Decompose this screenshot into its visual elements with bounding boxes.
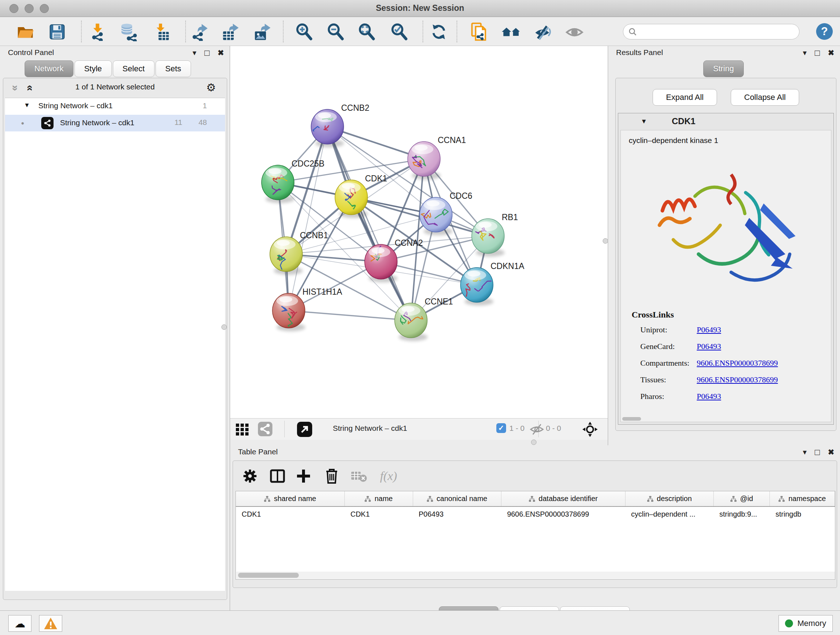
tab-select[interactable]: Select xyxy=(113,60,155,77)
crosslink-link[interactable]: 9606.ENSP00000378699 xyxy=(697,358,778,367)
panel-menu-icon[interactable]: ▾ xyxy=(193,48,196,58)
create-column-icon[interactable] xyxy=(294,466,314,486)
refresh-icon[interactable] xyxy=(428,21,449,42)
export-network-icon[interactable] xyxy=(189,21,210,42)
export-image-icon[interactable] xyxy=(252,21,273,42)
horizontal-splitter-grip[interactable] xyxy=(531,440,537,445)
table-cell[interactable]: cyclin–dependent ... xyxy=(625,507,714,522)
node-CDC25B[interactable]: CDC25B xyxy=(262,159,325,203)
panel-menu-icon[interactable]: ▾ xyxy=(803,447,807,458)
selected-checkbox-icon[interactable]: ✓ xyxy=(496,423,506,433)
import-network-icon[interactable] xyxy=(87,21,108,42)
panel-float-icon[interactable]: □ xyxy=(815,48,820,58)
column-header-database-identifier[interactable]: database identifier xyxy=(501,491,625,507)
crosslink-row: Uniprot:P06493 xyxy=(640,325,827,342)
table-cell[interactable]: CDK1 xyxy=(236,507,345,522)
panel-close-icon[interactable]: ✖ xyxy=(218,48,224,58)
crosslink-link[interactable]: 9606.ENSP00000378699 xyxy=(697,375,778,384)
network-options-gear-icon[interactable]: ⚙ xyxy=(206,81,216,94)
section-disclosure-icon[interactable]: ▼ xyxy=(641,118,647,125)
open-file-icon[interactable] xyxy=(15,21,36,42)
column-header-shared-name[interactable]: shared name xyxy=(236,491,345,507)
node-details-header[interactable]: ▼ CDK1 xyxy=(618,113,834,130)
tab-style[interactable]: Style xyxy=(74,60,112,77)
node-label-CDC6: CDC6 xyxy=(450,191,472,201)
delete-table-icon xyxy=(349,466,369,486)
tab-string[interactable]: String xyxy=(703,60,744,77)
left-splitter-grip[interactable] xyxy=(221,325,227,330)
node-details-content: cyclin–dependent kinase 1 xyxy=(621,130,831,422)
table-cell[interactable]: 9606.ENSP00000378699 xyxy=(501,507,625,522)
results-panel-header: Results Panel ▾ □ ✖ xyxy=(608,46,840,60)
network-collection-row[interactable]: ▼ String Network – cdk1 1 xyxy=(5,98,225,115)
tab-sets[interactable]: Sets xyxy=(156,60,191,77)
table-cell[interactable]: P06493 xyxy=(413,507,501,522)
hide-selected-icon[interactable] xyxy=(532,21,553,42)
panel-menu-icon[interactable]: ▾ xyxy=(803,48,807,58)
zoom-fit-icon[interactable] xyxy=(356,21,377,42)
table-options-gear-icon[interactable] xyxy=(240,466,260,486)
panel-close-icon[interactable]: ✖ xyxy=(828,447,834,458)
results-hscroll-thumb[interactable] xyxy=(622,417,641,421)
network-share-icon[interactable] xyxy=(257,421,273,438)
node-CDK1[interactable]: CDK1 xyxy=(335,174,387,218)
tab-network[interactable]: Network xyxy=(25,60,73,77)
birds-eye-toggle-icon[interactable] xyxy=(582,421,598,439)
search-input[interactable] xyxy=(637,25,799,38)
table-row[interactable]: CDK1CDK1P064939606.ENSP00000378699cyclin… xyxy=(236,507,835,522)
node-details-section: ▼ CDK1 cyclin–dependent kinase 1 xyxy=(618,113,834,424)
network-tree: ▼ String Network – cdk1 1 ● String Netwo… xyxy=(5,98,225,591)
memory-button[interactable]: Memory xyxy=(778,615,833,632)
import-network-from-database-icon[interactable] xyxy=(118,21,139,42)
show-all-icon[interactable] xyxy=(564,21,585,42)
column-header-@id[interactable]: @id xyxy=(714,491,769,507)
delete-column-icon[interactable] xyxy=(322,466,342,486)
cloud-button[interactable]: ☁ xyxy=(8,615,32,632)
panel-close-icon[interactable]: ✖ xyxy=(828,48,834,58)
node-HIST1H1A[interactable]: HIST1H1A xyxy=(272,287,343,331)
panel-float-icon[interactable]: □ xyxy=(815,447,820,458)
help-button[interactable]: ? xyxy=(816,23,833,40)
table-cell[interactable]: stringdb:9... xyxy=(714,507,769,522)
open-in-window-icon[interactable] xyxy=(297,421,313,439)
warning-icon xyxy=(43,617,58,630)
export-table-icon[interactable] xyxy=(220,21,241,42)
zoom-in-icon[interactable] xyxy=(294,21,314,42)
collection-disclosure-icon[interactable]: ▼ xyxy=(24,102,30,109)
show-columns-icon[interactable] xyxy=(267,466,287,486)
grid-view-icon[interactable] xyxy=(235,422,250,438)
network-row[interactable]: ● String Network – cdk1 11 48 xyxy=(5,115,225,131)
first-neighbors-icon[interactable] xyxy=(501,21,522,42)
zoom-selected-icon[interactable] xyxy=(388,21,409,42)
edge-HIST1H1A-CCNE1[interactable] xyxy=(289,310,411,320)
column-header-namespace[interactable]: namespace xyxy=(770,491,835,507)
expand-all-button[interactable]: Expand All xyxy=(653,89,717,106)
node-CCNA1[interactable]: CCNA1 xyxy=(408,135,466,180)
edge-CCNB2-HIST1H1A[interactable] xyxy=(289,127,327,310)
save-session-icon[interactable] xyxy=(47,21,68,42)
network-canvas[interactable]: CCNB2CCNA1CDC25BCDK1CDC6RB1CCNB1CCNA2CDK… xyxy=(230,46,608,418)
node-CCNB2[interactable]: CCNB2 xyxy=(310,103,369,147)
import-table-icon[interactable] xyxy=(151,21,172,42)
table-hscroll-thumb[interactable] xyxy=(238,573,299,578)
zoom-out-icon[interactable] xyxy=(325,21,346,42)
table-cell[interactable]: CDK1 xyxy=(345,507,413,522)
node-CCNB1[interactable]: CCNB1 xyxy=(270,231,328,275)
crosslink-link[interactable]: P06493 xyxy=(697,392,721,401)
string-results-box: Expand All Collapse All ▼ CDK1 cyclin–de… xyxy=(615,78,836,431)
table-cell[interactable]: stringdb xyxy=(770,507,835,522)
collapse-all-button[interactable]: Collapse All xyxy=(731,89,799,106)
crosslink-link[interactable]: P06493 xyxy=(697,342,721,351)
crosslink-row: Tissues:9606.ENSP00000378699 xyxy=(640,375,827,392)
crosslink-link[interactable]: P06493 xyxy=(697,325,721,334)
node-RB1[interactable]: RB1 xyxy=(472,212,518,257)
column-header-description[interactable]: description xyxy=(625,491,714,507)
node-title: CDK1 xyxy=(672,116,695,126)
main-toolbar: ? xyxy=(0,17,840,46)
warning-button[interactable] xyxy=(39,615,62,632)
right-splitter-grip[interactable] xyxy=(603,238,608,244)
column-header-canonical-name[interactable]: canonical name xyxy=(413,491,501,507)
column-header-name[interactable]: name xyxy=(345,491,413,507)
copy-network-icon[interactable] xyxy=(469,21,490,42)
panel-float-icon[interactable]: □ xyxy=(204,48,210,58)
